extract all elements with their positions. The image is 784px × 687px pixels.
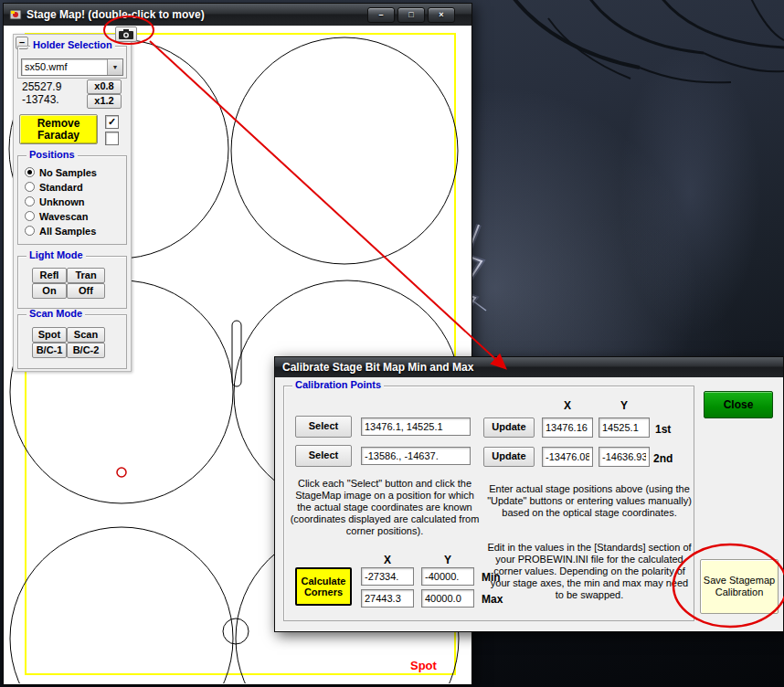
minimize-icon[interactable]: – [367, 7, 395, 23]
save-stagemap-calibration-button[interactable]: Save Stagemap Calibration [700, 559, 779, 614]
stage-x-readout: 25527.9 [22, 80, 61, 93]
check-icon: ✓ [108, 117, 116, 127]
radio-icon [25, 196, 35, 206]
x-column-header: X [542, 399, 593, 412]
positions-label: Positions [26, 150, 78, 160]
calibrate-dialog-titlebar[interactable]: Calibrate Stage Bit Map Min and Max [275, 357, 783, 377]
select-point-2-button[interactable]: Select [295, 445, 352, 467]
radio-icon [25, 182, 35, 192]
calibrate-dialog-title: Calibrate Stage Bit Map Min and Max [282, 361, 473, 374]
spot-button[interactable]: Spot [32, 327, 67, 343]
radio-label: Standard [39, 182, 83, 193]
radio-all-samples[interactable]: All Samples [25, 225, 96, 237]
control-panel: – Holder Selection sx50.wmf ▼ 25527.9 -1… [13, 34, 132, 372]
radio-standard[interactable]: Standard [25, 181, 83, 193]
calibration-points-label: Calibration Points [292, 380, 384, 390]
ini-instructions: Edit in the values in the [Standards] se… [487, 542, 692, 601]
close-icon[interactable]: × [428, 7, 455, 23]
point-2-y-field[interactable] [599, 447, 650, 467]
radio-label: Unknown [39, 196, 85, 207]
point-2-coords-field[interactable] [361, 447, 471, 465]
refl-button[interactable]: Refl [32, 268, 67, 283]
y-column-header: Y [599, 399, 650, 412]
stage-y-readout: -13743. [22, 93, 59, 106]
stage-map-titlebar[interactable]: Stage Map! (double-click to move) – □ × [4, 4, 471, 26]
scan-mode-label: Scan Mode [26, 309, 85, 319]
remove-faraday-button[interactable]: Remove Faraday [19, 114, 98, 144]
radio-icon [25, 167, 35, 177]
camera-icon [119, 29, 133, 39]
spot-mode-label: Spot [410, 659, 437, 672]
stage-map-title: Stage Map! (double-click to move) [26, 8, 205, 21]
update-point-1-button[interactable]: Update [483, 417, 535, 438]
radio-no-samples[interactable]: No Samples [25, 166, 97, 178]
holder-slot [232, 321, 241, 386]
holder-selection-label: Holder Selection [30, 40, 115, 50]
max-y-field[interactable] [421, 589, 474, 608]
tree-branches-icon [512, 0, 784, 82]
chevron-down-icon[interactable]: ▼ [107, 59, 122, 75]
light-mode-label: Light Mode [26, 250, 86, 260]
min-label: Min [482, 571, 501, 584]
light-off-button[interactable]: Off [67, 283, 105, 299]
corners-x-header: X [361, 554, 414, 566]
close-dialog-button[interactable]: Close [704, 391, 773, 418]
holder-file-value: sx50.wmf [22, 59, 107, 75]
point-1-coords-field[interactable] [361, 417, 471, 436]
tran-button[interactable]: Tran [67, 268, 105, 283]
zoom-in-button[interactable]: x1.2 [87, 94, 122, 109]
point-2-x-field[interactable] [542, 447, 593, 467]
camera-button[interactable] [115, 26, 137, 42]
maximize-icon[interactable]: □ [397, 7, 425, 23]
sample-circle [231, 37, 458, 264]
faraday-checkbox-checked[interactable]: ✓ [105, 115, 119, 129]
point-1-x-field[interactable] [542, 417, 593, 438]
select-instructions: Click each "Select" button and click the… [290, 478, 480, 537]
calculate-corners-button[interactable]: Calculate Corners [295, 567, 352, 606]
radio-icon [25, 211, 35, 221]
radio-unknown[interactable]: Unknown [25, 196, 85, 207]
scan-button[interactable]: Scan [67, 327, 105, 343]
point-1-tag: 1st [655, 423, 671, 436]
select-point-1-button[interactable]: Select [295, 416, 352, 438]
light-on-button[interactable]: On [32, 283, 67, 299]
point-2-tag: 2nd [653, 452, 673, 465]
radio-label: All Samples [39, 226, 96, 237]
desktop: Stage Map! (double-click to move) – □ × [0, 0, 784, 687]
calibrate-dialog: Calibrate Stage Bit Map Min and Max X Y … [274, 356, 784, 632]
radio-icon [25, 226, 35, 236]
update-instructions: Enter actual stage positions above (usin… [487, 483, 692, 519]
max-x-field[interactable] [361, 589, 414, 608]
sample-circle [10, 527, 233, 683]
radio-wavescan[interactable]: Wavescan [25, 210, 88, 222]
window-controls: – □ × [367, 7, 455, 23]
calibrate-dialog-body: X Y Select Update 1st Select Update 2nd … [276, 378, 782, 630]
radio-label: Wavescan [39, 211, 88, 222]
update-point-2-button[interactable]: Update [483, 447, 535, 467]
corners-y-header: Y [421, 554, 474, 566]
holder-file-dropdown[interactable]: sx50.wmf ▼ [21, 58, 123, 76]
bc2-button[interactable]: B/C-2 [67, 343, 105, 358]
current-position-marker [117, 468, 126, 477]
max-label: Max [482, 593, 503, 606]
faraday-checkbox-unchecked[interactable] [105, 132, 119, 145]
bc1-button[interactable]: B/C-1 [32, 343, 67, 358]
calibration-points-group: X Y Select Update 1st Select Update 2nd … [283, 386, 694, 621]
min-y-field[interactable] [421, 567, 474, 586]
min-x-field[interactable] [361, 567, 414, 586]
app-icon [9, 8, 22, 21]
radio-label: No Samples [39, 167, 97, 178]
point-1-y-field[interactable] [599, 417, 650, 438]
zoom-out-button[interactable]: x0.8 [87, 79, 122, 94]
